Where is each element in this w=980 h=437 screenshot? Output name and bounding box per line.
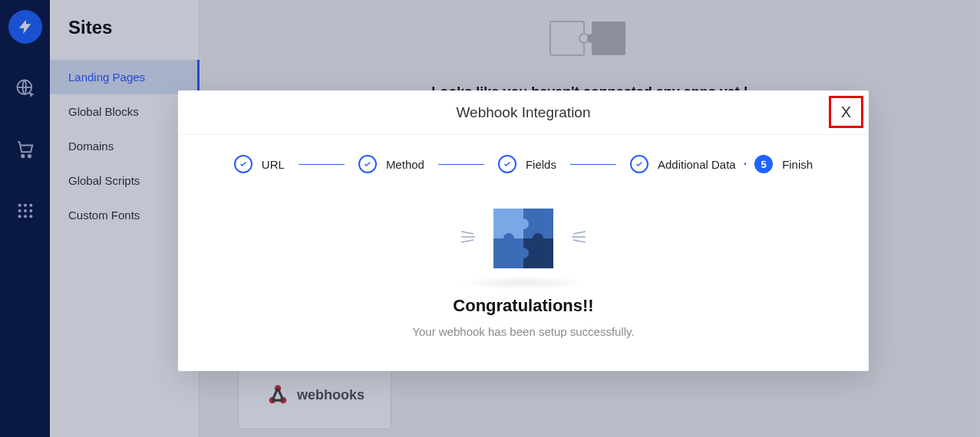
step-fields: Fields <box>498 155 556 173</box>
svg-point-26 <box>518 219 529 229</box>
close-icon: X <box>841 104 851 121</box>
step-label: URL <box>262 158 285 171</box>
svg-line-21 <box>461 240 474 242</box>
modal-title: Webhook Integration <box>457 104 591 121</box>
stepper: URL Method Fields Additional Data · 5 Fi… <box>178 135 869 181</box>
success-puzzle-icon <box>466 196 581 281</box>
modal-body: Congratulations!! Your webhook has been … <box>178 181 869 371</box>
step-method: Method <box>358 155 424 173</box>
svg-point-29 <box>518 248 529 258</box>
check-icon <box>234 155 252 173</box>
step-additional-data: Additional Data <box>630 155 736 173</box>
check-icon <box>630 155 648 173</box>
modal-header: Webhook Integration X <box>178 90 869 135</box>
close-button[interactable]: X <box>829 96 863 128</box>
step-label: Fields <box>526 158 556 171</box>
step-number-icon: 5 <box>754 155 773 173</box>
step-connector <box>299 164 345 165</box>
congrats-subtitle: Your webhook has been setup successfully… <box>412 325 634 338</box>
svg-line-32 <box>573 240 586 242</box>
svg-point-27 <box>533 233 543 244</box>
step-connector <box>438 164 484 165</box>
svg-line-19 <box>461 232 474 234</box>
svg-line-30 <box>573 232 586 234</box>
webhook-integration-modal: Webhook Integration X URL Method Fields <box>178 90 869 371</box>
step-finish: 5 Finish <box>754 155 813 173</box>
check-icon <box>358 155 377 173</box>
check-icon <box>498 155 516 173</box>
svg-point-28 <box>503 233 514 244</box>
congrats-title: Congratulations!! <box>453 296 593 316</box>
step-label: Finish <box>782 158 813 171</box>
step-label: Additional Data <box>658 158 736 171</box>
step-label: Method <box>386 158 424 171</box>
step-connector <box>570 164 616 165</box>
step-dot: · <box>744 157 747 171</box>
step-url: URL <box>234 155 285 173</box>
